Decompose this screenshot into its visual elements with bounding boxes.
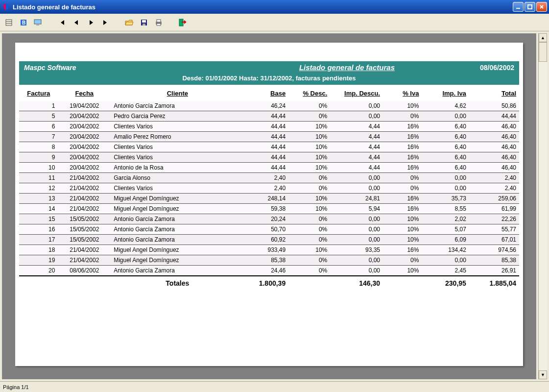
cell-piva: 16% <box>383 142 422 152</box>
totals-idesc: 146,30 <box>330 276 383 289</box>
prev-page-icon[interactable] <box>71 17 82 28</box>
cell-piva: 16% <box>383 152 422 163</box>
cell-base: 24,46 <box>244 266 288 276</box>
cell-base: 933,49 <box>244 245 288 255</box>
cell-fecha: 15/05/2002 <box>58 224 111 235</box>
col-iiva: Imp. Iva <box>422 88 469 101</box>
totals-base: 1.800,39 <box>244 276 288 289</box>
cell-piva: 10% <box>383 235 422 245</box>
cell-base: 46,24 <box>244 101 288 111</box>
table-header-row: Factura Fecha Cliente Base % Desc. Imp. … <box>19 88 519 101</box>
cell-iiva: 35,73 <box>422 194 469 204</box>
cell-fecha: 15/05/2002 <box>58 214 111 224</box>
exit-icon[interactable] <box>176 17 188 28</box>
cell-idesc: 0,00 <box>330 183 383 194</box>
cell-total: 2,40 <box>469 173 519 183</box>
cell-fecha: 19/04/2002 <box>58 101 111 111</box>
svg-rect-13 <box>157 20 161 22</box>
cell-fecha: 21/04/2002 <box>58 173 111 183</box>
svg-rect-7 <box>34 20 41 24</box>
cell-iiva: 2,02 <box>422 214 469 224</box>
maximize-button[interactable] <box>525 2 535 12</box>
col-total: Total <box>469 88 519 101</box>
totals-row: Totales1.800,39146,30230,951.885,04 <box>19 276 519 289</box>
cell-piva: 10% <box>383 101 422 111</box>
vertical-scrollbar[interactable]: ▲ ▼ <box>538 33 547 379</box>
cell-total: 2,40 <box>469 183 519 194</box>
cell-iiva: 134,42 <box>422 245 469 255</box>
cell-factura: 11 <box>19 173 58 183</box>
col-fecha: Fecha <box>58 88 111 101</box>
cell-iiva: 6,40 <box>422 163 469 173</box>
cell-total: 55,77 <box>469 224 519 235</box>
table-row: 1020/04/2002Antonio de la Rosa44,4410%4,… <box>19 163 519 173</box>
totals-total: 1.885,04 <box>469 276 519 289</box>
scroll-track[interactable] <box>539 42 547 370</box>
cell-fecha: 08/06/2002 <box>58 266 111 276</box>
cell-factura: 16 <box>19 224 58 235</box>
cell-piva: 16% <box>383 122 422 132</box>
table-row: 119/04/2002Antonio García Zamora46,240%0… <box>19 101 519 111</box>
cell-idesc: 0,00 <box>330 214 383 224</box>
cell-fecha: 20/04/2002 <box>58 152 111 163</box>
view-display-icon[interactable] <box>32 17 44 28</box>
cell-cliente: Miguel Angel Domínguez <box>111 255 244 266</box>
first-page-icon[interactable] <box>56 17 68 28</box>
window-titlebar: Listado general de facturas <box>0 0 549 14</box>
cell-total: 46,40 <box>469 132 519 142</box>
close-button[interactable] <box>536 2 547 12</box>
minimize-button[interactable] <box>513 2 524 12</box>
cell-pdesc: 0% <box>288 111 330 122</box>
cell-iiva: 6,40 <box>422 122 469 132</box>
cell-pdesc: 0% <box>288 235 330 245</box>
app-icon <box>2 3 10 11</box>
cell-total: 85,38 <box>469 255 519 266</box>
cell-base: 44,44 <box>244 142 288 152</box>
last-page-icon[interactable] <box>100 17 112 28</box>
cell-idesc: 0,00 <box>330 235 383 245</box>
table-row: 1121/04/2002Garcia Alonso2,400%0,000%0,0… <box>19 173 519 183</box>
table-row: 1821/04/2002Miguel Angel Domínguez933,49… <box>19 245 519 255</box>
cell-total: 46,40 <box>469 152 519 163</box>
cell-base: 20,24 <box>244 214 288 224</box>
scroll-thumb[interactable] <box>539 42 547 62</box>
cell-base: 2,40 <box>244 183 288 194</box>
print-icon[interactable] <box>153 17 165 28</box>
cell-pdesc: 10% <box>288 204 330 214</box>
cell-total: 50,86 <box>469 101 519 111</box>
cell-fecha: 20/04/2002 <box>58 122 111 132</box>
cell-base: 59,38 <box>244 204 288 214</box>
scroll-up-icon[interactable]: ▲ <box>539 33 547 42</box>
svg-text:B: B <box>22 20 25 25</box>
cell-cliente: Garcia Alonso <box>111 173 244 183</box>
cell-base: 85,38 <box>244 255 288 266</box>
cell-iiva: 6,40 <box>422 132 469 142</box>
table-row: 1615/05/2002Antonio García Zamora50,700%… <box>19 224 519 235</box>
cell-base: 50,70 <box>244 224 288 235</box>
cell-fecha: 20/04/2002 <box>58 142 111 152</box>
scroll-down-icon[interactable]: ▼ <box>539 370 547 379</box>
cell-total: 46,40 <box>469 122 519 132</box>
cell-piva: 10% <box>383 224 422 235</box>
cell-iiva: 6,40 <box>422 142 469 152</box>
cell-pdesc: 10% <box>288 142 330 152</box>
cell-idesc: 0,00 <box>330 173 383 183</box>
cell-cliente: Antonio García Zamora <box>111 101 244 111</box>
cell-iiva: 0,00 <box>422 183 469 194</box>
cell-factura: 19 <box>19 255 58 266</box>
cell-cliente: Antonio García Zamora <box>111 224 244 235</box>
cell-iiva: 0,00 <box>422 111 469 122</box>
cell-fecha: 21/04/2002 <box>58 255 111 266</box>
svg-rect-1 <box>528 5 532 9</box>
report-page: Maspc Software Listado general de factur… <box>15 43 523 366</box>
next-page-icon[interactable] <box>85 17 97 28</box>
open-icon[interactable] <box>123 17 135 28</box>
cell-fecha: 21/04/2002 <box>58 204 111 214</box>
cell-total: 44,44 <box>469 111 519 122</box>
save-icon[interactable] <box>138 17 150 28</box>
view-list-icon[interactable] <box>3 17 15 28</box>
table-row: 1921/04/2002Miguel Angel Domínguez85,380… <box>19 255 519 266</box>
svg-rect-10 <box>142 20 146 23</box>
cell-pdesc: 0% <box>288 224 330 235</box>
view-grid-icon[interactable]: B <box>18 17 29 28</box>
